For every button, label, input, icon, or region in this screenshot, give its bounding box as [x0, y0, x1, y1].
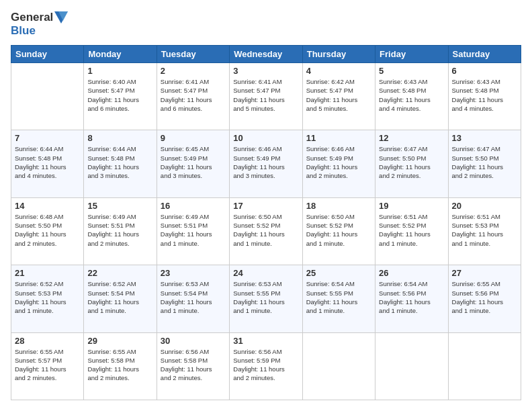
- day-number: 2: [161, 66, 226, 76]
- day-number: 22: [87, 268, 152, 278]
- logo-general: General: [11, 11, 53, 24]
- logo: General Blue: [11, 11, 68, 37]
- calendar-cell: [302, 332, 375, 400]
- day-info: Sunrise: 6:45 AM Sunset: 5:49 PM Dayligh…: [161, 144, 226, 180]
- day-info: Sunrise: 6:46 AM Sunset: 5:49 PM Dayligh…: [306, 144, 371, 180]
- day-number: 24: [233, 268, 298, 278]
- week-row-1: 1Sunrise: 6:40 AM Sunset: 5:47 PM Daylig…: [11, 63, 521, 130]
- calendar-cell: 5Sunrise: 6:43 AM Sunset: 5:48 PM Daylig…: [375, 63, 448, 130]
- day-info: Sunrise: 6:51 AM Sunset: 5:53 PM Dayligh…: [452, 212, 517, 248]
- day-info: Sunrise: 6:49 AM Sunset: 5:51 PM Dayligh…: [87, 212, 152, 248]
- week-row-3: 14Sunrise: 6:48 AM Sunset: 5:50 PM Dayli…: [11, 197, 521, 265]
- day-info: Sunrise: 6:56 AM Sunset: 5:59 PM Dayligh…: [233, 347, 298, 383]
- calendar-cell: 23Sunrise: 6:53 AM Sunset: 5:54 PM Dayli…: [157, 265, 229, 332]
- day-number: 31: [233, 336, 298, 346]
- calendar-cell: 9Sunrise: 6:45 AM Sunset: 5:49 PM Daylig…: [157, 130, 229, 197]
- day-number: 19: [379, 201, 444, 211]
- week-row-2: 7Sunrise: 6:44 AM Sunset: 5:48 PM Daylig…: [11, 130, 521, 197]
- week-row-5: 28Sunrise: 6:55 AM Sunset: 5:57 PM Dayli…: [11, 332, 521, 400]
- day-number: 6: [452, 66, 517, 76]
- day-info: Sunrise: 6:43 AM Sunset: 5:48 PM Dayligh…: [379, 77, 444, 113]
- header: General Blue: [11, 11, 521, 37]
- calendar-cell: 7Sunrise: 6:44 AM Sunset: 5:48 PM Daylig…: [11, 130, 84, 197]
- calendar-cell: 26Sunrise: 6:54 AM Sunset: 5:56 PM Dayli…: [375, 265, 448, 332]
- day-number: 3: [233, 66, 298, 76]
- weekday-header-sunday: Sunday: [11, 46, 84, 63]
- day-number: 28: [15, 336, 80, 346]
- day-info: Sunrise: 6:42 AM Sunset: 5:47 PM Dayligh…: [306, 77, 371, 113]
- day-info: Sunrise: 6:44 AM Sunset: 5:48 PM Dayligh…: [87, 144, 152, 180]
- day-number: 18: [306, 201, 371, 211]
- day-number: 17: [233, 201, 298, 211]
- day-number: 15: [87, 201, 152, 211]
- calendar-cell: [448, 332, 521, 400]
- day-info: Sunrise: 6:50 AM Sunset: 5:52 PM Dayligh…: [306, 212, 371, 248]
- day-number: 23: [161, 268, 226, 278]
- day-number: 25: [306, 268, 371, 278]
- day-number: 8: [87, 133, 152, 143]
- calendar-cell: 11Sunrise: 6:46 AM Sunset: 5:49 PM Dayli…: [302, 130, 375, 197]
- day-info: Sunrise: 6:47 AM Sunset: 5:50 PM Dayligh…: [379, 144, 444, 180]
- calendar-cell: 15Sunrise: 6:49 AM Sunset: 5:51 PM Dayli…: [84, 197, 157, 265]
- day-info: Sunrise: 6:54 AM Sunset: 5:55 PM Dayligh…: [306, 279, 371, 315]
- calendar-cell: 31Sunrise: 6:56 AM Sunset: 5:59 PM Dayli…: [230, 332, 302, 400]
- day-info: Sunrise: 6:41 AM Sunset: 5:47 PM Dayligh…: [161, 77, 226, 113]
- day-info: Sunrise: 6:44 AM Sunset: 5:48 PM Dayligh…: [15, 144, 80, 180]
- day-info: Sunrise: 6:49 AM Sunset: 5:51 PM Dayligh…: [161, 212, 226, 248]
- weekday-header-wednesday: Wednesday: [230, 46, 302, 63]
- day-info: Sunrise: 6:56 AM Sunset: 5:58 PM Dayligh…: [161, 347, 226, 383]
- weekday-header-monday: Monday: [84, 46, 157, 63]
- weekday-header-tuesday: Tuesday: [157, 46, 229, 63]
- calendar-table: SundayMondayTuesdayWednesdayThursdayFrid…: [11, 45, 521, 400]
- calendar-cell: 20Sunrise: 6:51 AM Sunset: 5:53 PM Dayli…: [448, 197, 521, 265]
- day-number: 1: [87, 66, 152, 76]
- calendar-cell: 8Sunrise: 6:44 AM Sunset: 5:48 PM Daylig…: [84, 130, 157, 197]
- calendar-cell: 13Sunrise: 6:47 AM Sunset: 5:50 PM Dayli…: [448, 130, 521, 197]
- day-info: Sunrise: 6:55 AM Sunset: 5:57 PM Dayligh…: [15, 347, 80, 383]
- day-number: 13: [452, 133, 517, 143]
- day-number: 30: [161, 336, 226, 346]
- day-number: 5: [379, 66, 444, 76]
- day-info: Sunrise: 6:55 AM Sunset: 5:58 PM Dayligh…: [87, 347, 152, 383]
- calendar-cell: 24Sunrise: 6:53 AM Sunset: 5:55 PM Dayli…: [230, 265, 302, 332]
- calendar-cell: 18Sunrise: 6:50 AM Sunset: 5:52 PM Dayli…: [302, 197, 375, 265]
- week-row-4: 21Sunrise: 6:52 AM Sunset: 5:53 PM Dayli…: [11, 265, 521, 332]
- calendar-cell: 4Sunrise: 6:42 AM Sunset: 5:47 PM Daylig…: [302, 63, 375, 130]
- calendar-cell: 28Sunrise: 6:55 AM Sunset: 5:57 PM Dayli…: [11, 332, 84, 400]
- calendar-cell: 22Sunrise: 6:52 AM Sunset: 5:54 PM Dayli…: [84, 265, 157, 332]
- day-number: 11: [306, 133, 371, 143]
- calendar-cell: 25Sunrise: 6:54 AM Sunset: 5:55 PM Dayli…: [302, 265, 375, 332]
- day-info: Sunrise: 6:41 AM Sunset: 5:47 PM Dayligh…: [233, 77, 298, 113]
- day-info: Sunrise: 6:46 AM Sunset: 5:49 PM Dayligh…: [233, 144, 298, 180]
- weekday-header-row: SundayMondayTuesdayWednesdayThursdayFrid…: [11, 46, 521, 63]
- page: General Blue SundayMondayTuesdayWednesda…: [0, 0, 532, 411]
- calendar-cell: 19Sunrise: 6:51 AM Sunset: 5:52 PM Dayli…: [375, 197, 448, 265]
- calendar-cell: 2Sunrise: 6:41 AM Sunset: 5:47 PM Daylig…: [157, 63, 229, 130]
- day-number: 16: [161, 201, 226, 211]
- day-number: 26: [379, 268, 444, 278]
- logo-arrow-icon: [54, 11, 68, 24]
- day-info: Sunrise: 6:52 AM Sunset: 5:54 PM Dayligh…: [87, 279, 152, 315]
- calendar-cell: 29Sunrise: 6:55 AM Sunset: 5:58 PM Dayli…: [84, 332, 157, 400]
- calendar-cell: 10Sunrise: 6:46 AM Sunset: 5:49 PM Dayli…: [230, 130, 302, 197]
- weekday-header-friday: Friday: [375, 46, 448, 63]
- day-info: Sunrise: 6:43 AM Sunset: 5:48 PM Dayligh…: [452, 77, 517, 113]
- day-info: Sunrise: 6:50 AM Sunset: 5:52 PM Dayligh…: [233, 212, 298, 248]
- day-info: Sunrise: 6:48 AM Sunset: 5:50 PM Dayligh…: [15, 212, 80, 248]
- logo-blue: Blue: [11, 24, 36, 38]
- calendar-cell: [11, 63, 84, 130]
- day-info: Sunrise: 6:55 AM Sunset: 5:56 PM Dayligh…: [452, 279, 517, 315]
- day-number: 29: [87, 336, 152, 346]
- calendar-cell: 14Sunrise: 6:48 AM Sunset: 5:50 PM Dayli…: [11, 197, 84, 265]
- day-info: Sunrise: 6:47 AM Sunset: 5:50 PM Dayligh…: [452, 144, 517, 180]
- calendar-cell: 6Sunrise: 6:43 AM Sunset: 5:48 PM Daylig…: [448, 63, 521, 130]
- day-info: Sunrise: 6:51 AM Sunset: 5:52 PM Dayligh…: [379, 212, 444, 248]
- calendar-cell: 3Sunrise: 6:41 AM Sunset: 5:47 PM Daylig…: [230, 63, 302, 130]
- day-number: 14: [15, 201, 80, 211]
- day-info: Sunrise: 6:52 AM Sunset: 5:53 PM Dayligh…: [15, 279, 80, 315]
- day-number: 20: [452, 201, 517, 211]
- calendar-cell: 1Sunrise: 6:40 AM Sunset: 5:47 PM Daylig…: [84, 63, 157, 130]
- day-info: Sunrise: 6:40 AM Sunset: 5:47 PM Dayligh…: [87, 77, 152, 113]
- calendar-cell: 12Sunrise: 6:47 AM Sunset: 5:50 PM Dayli…: [375, 130, 448, 197]
- day-number: 27: [452, 268, 517, 278]
